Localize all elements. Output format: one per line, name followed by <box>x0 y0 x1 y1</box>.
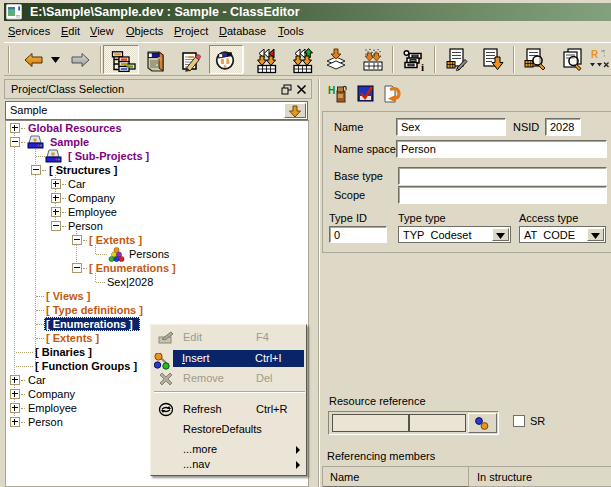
svg-text:H: H <box>328 85 335 96</box>
svg-text:i: i <box>421 61 424 73</box>
svg-text:R: R <box>591 49 599 60</box>
